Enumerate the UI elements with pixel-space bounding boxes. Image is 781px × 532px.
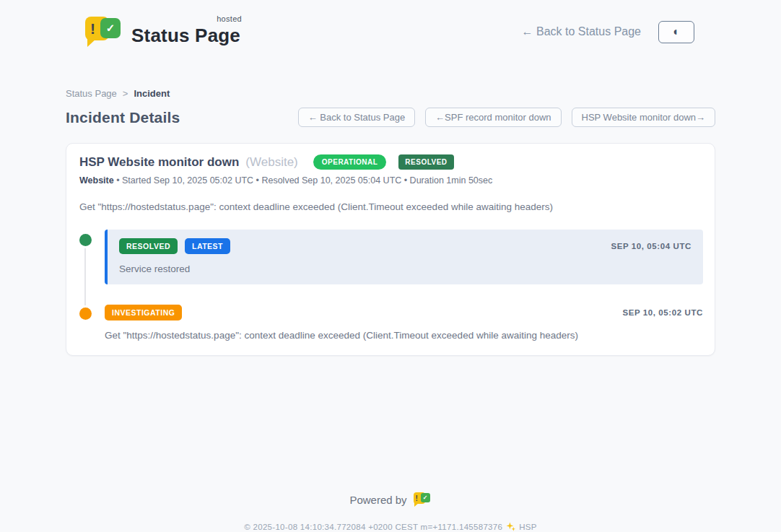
header-right: ← Back to Status Page ◐ <box>522 21 694 43</box>
brand-name: Status Page <box>131 25 240 46</box>
timeline-timestamp: SEP 10, 05:04 UTC <box>611 242 691 250</box>
sparkles-icon <box>506 522 515 531</box>
timeline-entry-card: RESOLVED LATEST SEP 10, 05:04 UTC Servic… <box>105 230 703 284</box>
breadcrumb-root[interactable]: Status Page <box>66 88 117 99</box>
heading-row: Incident Details ← Back to Status Page ←… <box>66 108 715 127</box>
half-circle-icon: ◐ <box>673 25 680 38</box>
theme-toggle-button[interactable]: ◐ <box>658 21 694 43</box>
investigating-badge: INVESTIGATING <box>105 305 182 320</box>
incident-timeline: RESOLVED LATEST SEP 10, 05:04 UTC Servic… <box>79 230 703 341</box>
latest-badge: LATEST <box>185 238 230 254</box>
next-incident-button[interactable]: HSP Website monitor down→ <box>572 108 715 127</box>
resolved-badge: RESOLVED <box>119 238 178 254</box>
breadcrumb-separator: > <box>123 88 128 99</box>
brand-icon[interactable]: ! ✓ <box>414 492 432 508</box>
incident-component-label: (Website) <box>245 155 297 170</box>
resolved-status-badge: RESOLVED <box>398 154 453 170</box>
powered-by-label: Powered by <box>349 494 406 506</box>
timeline-message: Get "https://hostedstatus.page": context… <box>105 330 703 341</box>
powered-by: Powered by ! ✓ <box>0 492 781 508</box>
copyright-line: © 2025-10-08 14:10:34.772084 +0200 CEST … <box>0 522 781 531</box>
breadcrumb: Status Page > Incident <box>66 88 715 99</box>
main-content: Status Page > Incident Incident Details … <box>66 53 715 356</box>
incident-meta-details: • Started Sep 10, 2025 05:02 UTC • Resol… <box>116 175 492 186</box>
timeline-entry-resolved: RESOLVED LATEST SEP 10, 05:04 UTC Servic… <box>79 230 703 284</box>
header-back-link[interactable]: ← Back to Status Page <box>522 25 641 38</box>
timeline-message: Service restored <box>119 263 691 274</box>
previous-incident-button[interactable]: ←SPF record monitor down <box>425 108 561 127</box>
footer: Powered by ! ✓ © 2025-10-08 14:10:34.772… <box>0 492 781 532</box>
incident-nav-buttons: ← Back to Status Page ←SPF record monito… <box>298 108 715 127</box>
timeline-dot-green <box>79 234 92 246</box>
brand-icon: ! ✓ <box>85 15 123 48</box>
incident-title: HSP Website monitor down <box>79 155 239 170</box>
check-icon: ✓ <box>100 18 121 38</box>
copyright-suffix: HSP <box>519 523 537 531</box>
incident-card: HSP Website monitor down (Website) OPERA… <box>66 143 715 356</box>
timeline-timestamp: SEP 10, 05:02 UTC <box>622 308 703 317</box>
incident-title-row: HSP Website monitor down (Website) OPERA… <box>79 154 703 170</box>
back-to-status-page-button[interactable]: ← Back to Status Page <box>298 108 415 127</box>
timeline-dot-orange <box>79 308 92 320</box>
page-title: Incident Details <box>66 109 180 126</box>
incident-meta-component: Website <box>79 175 114 186</box>
operational-status-badge: OPERATIONAL <box>313 154 387 170</box>
timeline-entry-plain: INVESTIGATING SEP 10, 05:02 UTC Get "htt… <box>105 303 703 341</box>
brand-text: Status Page hosted <box>131 17 240 47</box>
header: ! ✓ Status Page hosted ← Back to Status … <box>0 0 781 53</box>
incident-description: Get "https://hostedstatus.page": context… <box>79 201 703 212</box>
brand-hosted-label: hosted <box>217 14 242 23</box>
incident-meta: Website • Started Sep 10, 2025 05:02 UTC… <box>79 175 703 186</box>
copyright-text: © 2025-10-08 14:10:34.772084 +0200 CEST … <box>244 523 502 531</box>
breadcrumb-current: Incident <box>134 88 170 99</box>
timeline-entry-investigating: INVESTIGATING SEP 10, 05:02 UTC Get "htt… <box>79 303 703 341</box>
brand-logo[interactable]: ! ✓ Status Page hosted <box>85 15 240 48</box>
check-icon: ✓ <box>421 493 430 502</box>
